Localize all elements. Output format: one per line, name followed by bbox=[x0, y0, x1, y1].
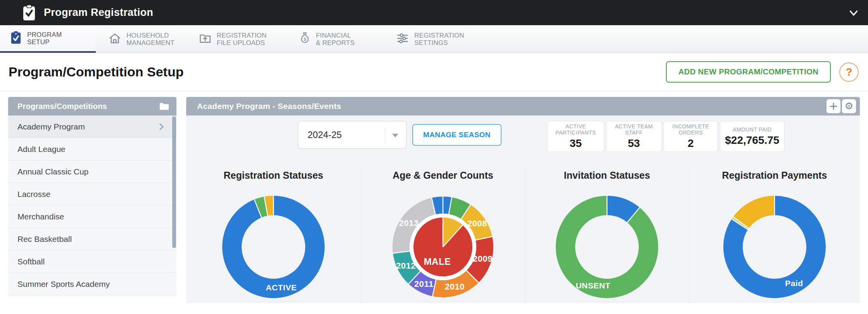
sidebar-item-merchandise[interactable]: Merchandise bbox=[8, 205, 176, 228]
stat-active-participants: ACTIVE PARTICIPANTS 35 bbox=[547, 121, 604, 152]
page-title: Program/Competition Setup bbox=[9, 64, 183, 79]
svg-text:MALE: MALE bbox=[424, 256, 451, 267]
season-row: 2024-25 MANAGE SEASON ACTIVE PARTICIPANT… bbox=[298, 121, 785, 152]
panel-title: Academy Program - Seasons/Events bbox=[197, 102, 341, 111]
sidebar-item-label: Summer Sports Academy bbox=[17, 279, 110, 289]
clipboard-check-icon bbox=[22, 5, 36, 21]
add-new-program-button[interactable]: ADD NEW PROGRAM/COMPETITION bbox=[666, 61, 831, 83]
chart-title: Registration Statuses bbox=[186, 170, 361, 181]
tab-label: HOUSEHOLDMANAGEMENT bbox=[126, 32, 175, 47]
tab-label: PROGRAMSETUP bbox=[27, 31, 62, 46]
stat-value: $22,765.75 bbox=[725, 134, 779, 147]
svg-text:2013: 2013 bbox=[399, 218, 419, 228]
main-tabbar: PROGRAMSETUP HOUSEHOLDMANAGEMENT REGISTR… bbox=[0, 25, 868, 53]
select-divider bbox=[385, 128, 385, 143]
svg-text:2012: 2012 bbox=[396, 261, 416, 271]
donut-chart: ACTIVE bbox=[219, 193, 328, 301]
sidebar-item-lacrosse[interactable]: Lacrosse bbox=[8, 183, 176, 205]
chart-age-gender-counts: Age & Gender Counts 20082009201020112012… bbox=[361, 167, 525, 303]
sidebar-item-label: Rec Basketball bbox=[17, 235, 72, 244]
chart-title: Registration Payments bbox=[689, 170, 860, 181]
tab-label: REGISTRATIONFILE UPLOADS bbox=[217, 32, 267, 47]
money-bag-icon: $ bbox=[299, 32, 311, 46]
house-icon bbox=[109, 32, 121, 46]
gear-icon[interactable]: ⚙ bbox=[842, 99, 856, 113]
sidebar-header-label: Programs/Competitions bbox=[17, 102, 107, 111]
stat-value: 2 bbox=[688, 137, 694, 150]
chevron-down-icon[interactable] bbox=[847, 6, 860, 19]
tab-label: REGISTRATIONSETTINGS bbox=[414, 32, 464, 47]
sidebar-item-label: Adult League bbox=[17, 145, 66, 154]
title-actions: ADD NEW PROGRAM/COMPETITION ? bbox=[666, 61, 859, 83]
page-titlebar: Program/Competition Setup ADD NEW PROGRA… bbox=[0, 53, 868, 91]
sidebar-scrollbar-thumb[interactable] bbox=[172, 116, 176, 248]
donut-chart: UNSENT bbox=[553, 193, 661, 301]
folder-icon[interactable] bbox=[159, 102, 169, 110]
chart-title: Invitation Statuses bbox=[525, 170, 689, 181]
sidebar-item-annual-classic-cup[interactable]: Annual Classic Cup bbox=[8, 160, 176, 183]
plus-icon[interactable]: + bbox=[827, 99, 840, 113]
manage-season-button[interactable]: MANAGE SEASON bbox=[412, 124, 501, 146]
svg-text:UNSENT: UNSENT bbox=[576, 281, 610, 290]
stat-amount-paid: AMOUNT PAID $22,765.75 bbox=[720, 121, 785, 152]
season-select[interactable]: 2024-25 bbox=[298, 121, 406, 149]
sidebar-item-label: Annual Classic Cup bbox=[17, 167, 88, 176]
stat-value: 35 bbox=[570, 137, 582, 150]
stat-incomplete-orders: INCOMPLETE ORDERS 2 bbox=[664, 121, 718, 152]
sidebar-item-label: Merchandise bbox=[17, 212, 64, 221]
panel-body: 2024-25 MANAGE SEASON ACTIVE PARTICIPANT… bbox=[186, 116, 860, 303]
tab-household-management[interactable]: HOUSEHOLDMANAGEMENT bbox=[109, 25, 175, 53]
svg-text:$: $ bbox=[303, 36, 306, 41]
stat-label: ACTIVE PARTICIPANTS bbox=[551, 123, 601, 136]
clipboard-check-icon bbox=[10, 31, 22, 46]
tab-financial-reports[interactable]: $ FINANCIAL& REPORTS bbox=[299, 25, 355, 53]
chevron-right-icon bbox=[156, 122, 166, 134]
app-header: Program Registration bbox=[0, 0, 868, 25]
caret-down-icon bbox=[392, 134, 398, 137]
stat-label: INCOMPLETE ORDERS bbox=[667, 123, 714, 136]
stat-label: AMOUNT PAID bbox=[733, 126, 771, 133]
donut-chart: Paid bbox=[720, 193, 829, 301]
stat-label: ACTIVE TEAM STAFF bbox=[610, 123, 658, 136]
tab-registration-file-uploads[interactable]: REGISTRATIONFILE UPLOADS bbox=[199, 25, 267, 53]
season-select-value: 2024-25 bbox=[308, 129, 342, 140]
programs-list: Academy Program Adult League Annual Clas… bbox=[8, 116, 176, 295]
sliders-icon bbox=[396, 32, 409, 46]
panel-actions: + ⚙ bbox=[827, 99, 856, 113]
programs-sidebar: Programs/Competitions Academy Program Ad… bbox=[8, 97, 176, 295]
sidebar-item-label: Academy Program bbox=[17, 122, 85, 131]
tab-program-setup[interactable]: PROGRAMSETUP bbox=[0, 25, 96, 53]
svg-text:2008: 2008 bbox=[467, 219, 487, 228]
tab-label: FINANCIAL& REPORTS bbox=[316, 32, 355, 47]
sidebar-item-rec-basketball[interactable]: Rec Basketball bbox=[8, 228, 176, 250]
charts-grid: Registration Statuses ACTIVE Age & Gende… bbox=[186, 167, 860, 303]
sidebar-header: Programs/Competitions bbox=[8, 97, 176, 116]
stat-active-team-staff: ACTIVE TEAM STAFF 53 bbox=[606, 121, 662, 152]
chart-invitation-statuses: Invitation Statuses UNSENT bbox=[525, 167, 689, 303]
sidebar-item-label: Softball bbox=[17, 257, 45, 266]
seasons-events-panel: Academy Program - Seasons/Events + ⚙ 202… bbox=[186, 97, 860, 303]
svg-text:2009: 2009 bbox=[473, 254, 493, 264]
svg-text:ACTIVE: ACTIVE bbox=[266, 283, 297, 292]
svg-text:2010: 2010 bbox=[445, 282, 465, 292]
sidebar-item-summer-sports-academy[interactable]: Summer Sports Academy bbox=[8, 273, 176, 295]
sidebar-item-softball[interactable]: Softball bbox=[8, 250, 176, 273]
stat-value: 53 bbox=[628, 137, 640, 150]
sidebar-item-adult-league[interactable]: Adult League bbox=[8, 138, 176, 160]
sidebar-item-label: Lacrosse bbox=[17, 190, 50, 199]
folder-upload-icon bbox=[199, 32, 211, 46]
tab-registration-settings[interactable]: REGISTRATIONSETTINGS bbox=[396, 25, 464, 53]
nested-donut-chart: 200820092010201120122013MALE bbox=[389, 193, 497, 301]
panel-header: Academy Program - Seasons/Events + ⚙ bbox=[186, 97, 860, 116]
app-title: Program Registration bbox=[44, 7, 153, 19]
svg-text:Paid: Paid bbox=[785, 279, 803, 288]
chart-registration-statuses: Registration Statuses ACTIVE bbox=[186, 167, 361, 303]
stats-row: ACTIVE PARTICIPANTS 35 ACTIVE TEAM STAFF… bbox=[547, 121, 785, 152]
svg-text:2011: 2011 bbox=[414, 279, 434, 289]
chart-title: Age & Gender Counts bbox=[361, 170, 525, 181]
chart-registration-payments: Registration Payments Paid bbox=[689, 167, 860, 303]
sidebar-item-academy-program[interactable]: Academy Program bbox=[8, 116, 176, 138]
help-button[interactable]: ? bbox=[839, 62, 859, 82]
